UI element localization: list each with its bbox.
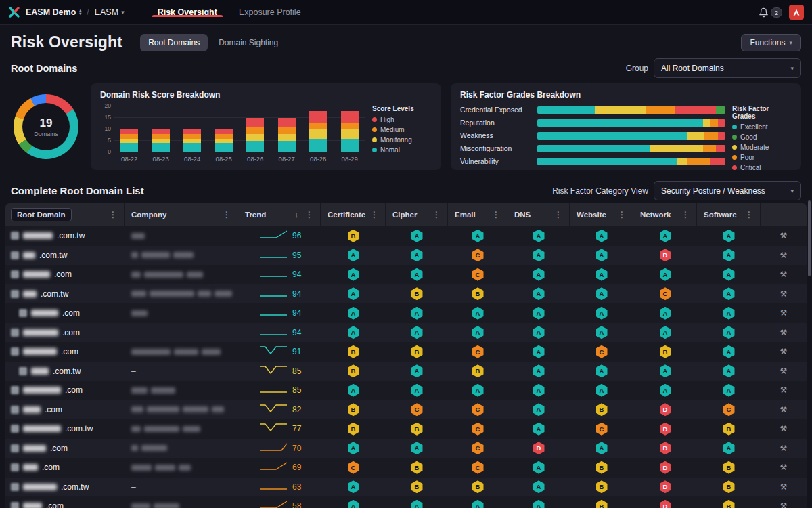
grade-badge[interactable]: C xyxy=(472,423,484,436)
grade-badge[interactable]: D xyxy=(660,423,671,436)
column-menu-icon[interactable]: ⋮ xyxy=(304,210,315,219)
grade-badge[interactable]: B xyxy=(472,287,484,300)
column-menu-icon[interactable]: ⋮ xyxy=(553,210,564,219)
table-row[interactable]: .com82BCCABDC⚒ xyxy=(5,400,807,420)
table-row[interactable]: .com.tw94ABBAACA⚒ xyxy=(5,284,807,304)
column-header-cipher[interactable]: Cipher ⋮ xyxy=(386,203,448,226)
grade-badge[interactable]: A xyxy=(348,384,359,397)
column-menu-icon[interactable]: ⋮ xyxy=(369,210,380,219)
row-action-icon[interactable]: ⚒ xyxy=(780,444,788,453)
row-action-icon[interactable]: ⚒ xyxy=(780,405,788,415)
grade-badge[interactable]: A xyxy=(411,307,423,320)
grade-badge[interactable]: A xyxy=(348,268,359,281)
grade-badge[interactable]: A xyxy=(348,287,359,300)
grade-badge[interactable]: A xyxy=(723,287,735,300)
grade-badge[interactable]: A xyxy=(472,230,484,242)
grade-badge[interactable]: A xyxy=(660,268,671,281)
grade-badge[interactable]: A xyxy=(723,326,735,339)
grade-badge[interactable]: C xyxy=(411,403,423,416)
grade-badge[interactable]: C xyxy=(472,249,484,261)
grade-badge[interactable]: B xyxy=(472,480,484,493)
risk-factor-bar[interactable] xyxy=(537,106,725,114)
grade-badge[interactable]: A xyxy=(723,364,735,377)
row-action-icon[interactable]: ⚒ xyxy=(780,270,788,279)
grade-badge[interactable]: A xyxy=(723,307,735,320)
column-header-email[interactable]: Email ⋮ xyxy=(448,203,508,226)
grade-badge[interactable]: B xyxy=(723,423,735,436)
column-header-certificate[interactable]: Certificate ⋮ xyxy=(321,203,386,226)
grade-badge[interactable]: A xyxy=(660,326,671,339)
row-action-icon[interactable]: ⚒ xyxy=(780,308,788,318)
grade-badge[interactable]: A xyxy=(596,268,608,281)
table-row[interactable]: .com.tw–63ABBABDB⚒ xyxy=(5,478,807,497)
table-row[interactable]: .com91BBCACBA⚒ xyxy=(5,342,807,362)
grade-badge[interactable]: A xyxy=(533,461,545,474)
grade-badge[interactable]: A xyxy=(723,442,735,454)
column-header-trend[interactable]: Trend ↓ ⋮ xyxy=(238,203,321,226)
grade-badge[interactable]: D xyxy=(660,249,671,261)
stacked-bar[interactable] xyxy=(120,129,138,152)
grade-badge[interactable]: A xyxy=(472,326,484,339)
group-select[interactable]: All Root Domains ▾ xyxy=(654,58,801,78)
table-row[interactable]: .com58AAAABDB⚒ xyxy=(5,496,807,508)
grade-badge[interactable]: A xyxy=(723,268,735,281)
table-row[interactable]: .com69CBCABDB⚒ xyxy=(5,458,807,478)
grade-badge[interactable]: D xyxy=(660,500,671,508)
grade-badge[interactable]: B xyxy=(348,423,359,436)
grade-badge[interactable]: A xyxy=(533,268,545,281)
column-header-software[interactable]: Software ⋮ xyxy=(697,203,761,226)
grade-badge[interactable]: A xyxy=(660,307,671,320)
table-row[interactable]: .com85AAAAAAA⚒ xyxy=(5,381,807,400)
toggle-domain-sighting[interactable]: Domain Sighting xyxy=(210,34,286,51)
stacked-bar[interactable] xyxy=(309,111,327,152)
column-header-company[interactable]: Company ⋮ xyxy=(125,203,238,226)
grade-badge[interactable]: B xyxy=(660,345,671,358)
grade-badge[interactable]: B xyxy=(411,461,423,474)
stacked-bar[interactable] xyxy=(341,111,359,152)
grade-badge[interactable]: B xyxy=(596,480,608,493)
grade-badge[interactable]: B xyxy=(723,500,735,508)
row-action-icon[interactable]: ⚒ xyxy=(780,424,788,433)
product-switcher[interactable]: EASM ▾ xyxy=(95,7,125,17)
column-menu-icon[interactable]: ⋮ xyxy=(616,210,627,219)
grade-badge[interactable]: A xyxy=(596,249,608,261)
grade-badge[interactable]: B xyxy=(411,423,423,436)
table-row[interactable]: .com94AAAAAAA⚒ xyxy=(5,303,807,323)
grade-badge[interactable]: B xyxy=(723,461,735,474)
grade-badge[interactable]: A xyxy=(411,230,423,242)
grade-badge[interactable]: A xyxy=(533,230,545,242)
grade-badge[interactable]: A xyxy=(411,500,423,508)
grade-badge[interactable]: A xyxy=(533,287,545,300)
column-header-website[interactable]: Website ⋮ xyxy=(570,203,633,226)
row-action-icon[interactable]: ⚒ xyxy=(780,366,788,376)
avatar[interactable] xyxy=(789,5,804,20)
grade-badge[interactable]: B xyxy=(596,461,608,474)
column-menu-icon[interactable]: ⋮ xyxy=(491,210,501,219)
grade-badge[interactable]: A xyxy=(660,364,671,377)
row-action-icon[interactable]: ⚒ xyxy=(780,289,788,299)
stacked-bar[interactable] xyxy=(183,129,201,152)
grade-badge[interactable]: C xyxy=(596,345,608,358)
column-menu-icon[interactable]: ⋮ xyxy=(431,210,442,219)
grade-badge[interactable]: C xyxy=(472,442,484,454)
functions-button[interactable]: Functions ▾ xyxy=(741,34,801,51)
grade-badge[interactable]: A xyxy=(533,423,545,436)
risk-factor-bar[interactable] xyxy=(537,132,725,140)
grade-badge[interactable]: A xyxy=(723,249,735,261)
toggle-root-domains[interactable]: Root Domains xyxy=(140,34,208,51)
column-menu-icon[interactable]: ⋮ xyxy=(108,210,118,219)
column-menu-icon[interactable]: ⋮ xyxy=(221,210,232,219)
grade-badge[interactable]: A xyxy=(533,307,545,320)
grade-badge[interactable]: D xyxy=(660,442,671,454)
grade-badge[interactable]: C xyxy=(596,423,608,436)
grade-badge[interactable]: A xyxy=(472,500,484,508)
root-domain-header-box[interactable]: Root Domain xyxy=(11,208,72,221)
grade-badge[interactable]: A xyxy=(596,364,608,377)
grade-badge[interactable]: A xyxy=(348,500,359,508)
grade-badge[interactable]: A xyxy=(533,403,545,416)
grade-badge[interactable]: A xyxy=(596,307,608,320)
column-menu-icon[interactable]: ⋮ xyxy=(680,210,691,219)
grade-badge[interactable]: B xyxy=(723,480,735,493)
grade-badge[interactable]: A xyxy=(596,326,608,339)
grade-badge[interactable]: A xyxy=(723,345,735,358)
